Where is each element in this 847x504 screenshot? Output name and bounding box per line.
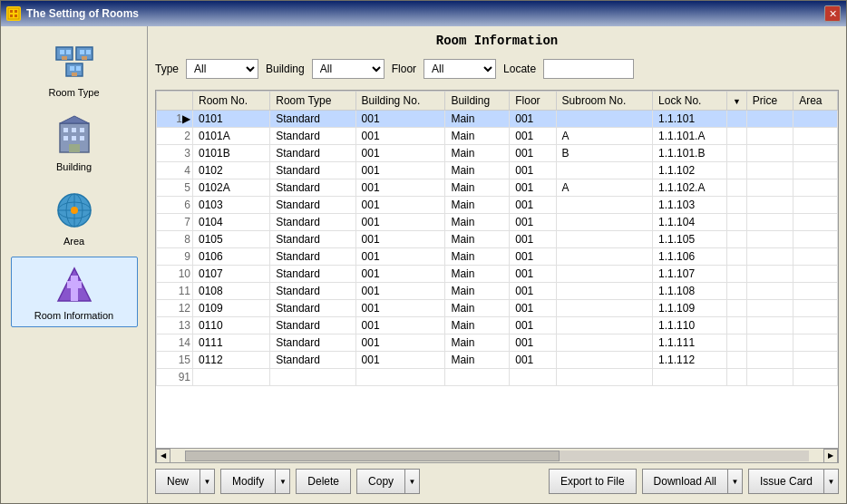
col-room-type[interactable]: Room Type xyxy=(270,92,355,111)
svg-rect-7 xyxy=(66,50,71,54)
table-row[interactable]: 30101BStandard001Main001B1.1.101.B xyxy=(157,145,838,162)
cell-room-no: 0102A xyxy=(193,179,270,197)
cell-num: 13 xyxy=(157,317,193,334)
cell-area xyxy=(793,369,838,386)
cell-room-type: Standard xyxy=(270,283,355,300)
table-row[interactable]: 110108Standard001Main0011.1.108 xyxy=(157,283,838,300)
sidebar-item-room-information[interactable]: Room Information xyxy=(11,257,138,327)
table-row[interactable]: 50102AStandard001Main001A1.1.102.A xyxy=(157,179,838,197)
cell-room-type: Standard xyxy=(270,214,355,231)
floor-select[interactable]: All xyxy=(424,59,496,79)
col-building-no[interactable]: Building No. xyxy=(355,92,445,111)
cell-subroom-no xyxy=(556,111,652,128)
svg-point-31 xyxy=(71,207,78,214)
issue-card-button[interactable]: Issue Card xyxy=(748,469,824,494)
col-subroom-no[interactable]: Subroom No. xyxy=(556,92,652,111)
copy-button[interactable]: Copy xyxy=(356,469,405,494)
table-row[interactable]: 60103Standard001Main0011.1.103 xyxy=(157,197,838,214)
cell-area xyxy=(793,266,838,283)
cell-area xyxy=(793,179,838,197)
sidebar-item-room-information-label: Room Information xyxy=(34,310,113,321)
cell-room-type: Standard xyxy=(270,179,355,197)
cell-room-no: 0101 xyxy=(193,111,270,128)
col-lock-no[interactable]: Lock No. xyxy=(653,92,727,111)
col-floor[interactable]: Floor xyxy=(510,92,556,111)
cell-price xyxy=(746,111,793,128)
table-wrapper[interactable]: Room No. Room Type Building No. Building… xyxy=(156,91,838,448)
close-button[interactable]: ✕ xyxy=(824,5,841,22)
scrollbar-thumb[interactable] xyxy=(185,451,560,461)
cell-sort xyxy=(726,266,746,283)
cell-building-no: 001 xyxy=(355,197,445,214)
table-row[interactable]: 20101AStandard001Main001A1.1.101.A xyxy=(157,128,838,145)
cell-num: 14 xyxy=(157,334,193,352)
modify-btn-group: Modify ▼ xyxy=(220,469,290,494)
svg-rect-19 xyxy=(72,128,76,132)
table-row[interactable]: 90106Standard001Main0011.1.106 xyxy=(157,248,838,266)
modify-dropdown-arrow[interactable]: ▼ xyxy=(276,469,290,494)
cell-subroom-no xyxy=(556,266,652,283)
scroll-left-btn[interactable]: ◀ xyxy=(156,449,170,463)
building-icon xyxy=(53,114,96,158)
cell-room-type: Standard xyxy=(270,162,355,179)
cell-room-type: Standard xyxy=(270,352,355,369)
svg-rect-24 xyxy=(69,144,80,152)
cell-sort xyxy=(726,145,746,162)
type-label: Type xyxy=(155,63,179,75)
cell-sort xyxy=(726,334,746,352)
sidebar-item-room-type[interactable]: Room Type xyxy=(11,34,138,104)
table-row[interactable]: 150112Standard001Main0011.1.112 xyxy=(157,352,838,369)
sidebar-item-area[interactable]: Area xyxy=(11,182,138,253)
cell-room-no: 0104 xyxy=(193,214,270,231)
col-price[interactable]: Price xyxy=(746,92,793,111)
cell-floor: 001 xyxy=(510,300,556,317)
cell-sort xyxy=(726,248,746,266)
cell-room-no: 0112 xyxy=(193,352,270,369)
modify-button[interactable]: Modify xyxy=(220,469,276,494)
table-row[interactable]: 100107Standard001Main0011.1.107 xyxy=(157,266,838,283)
new-dropdown-arrow[interactable]: ▼ xyxy=(200,469,215,494)
table-row[interactable]: 80105Standard001Main0011.1.105 xyxy=(157,231,838,248)
table-body: 1▶0101Standard001Main0011.1.10120101ASta… xyxy=(157,111,838,386)
issue-dropdown-arrow[interactable]: ▼ xyxy=(824,469,839,494)
cell-building: Main xyxy=(445,214,510,231)
col-sort[interactable]: ▼ xyxy=(726,92,746,111)
table-row[interactable]: 120109Standard001Main0011.1.109 xyxy=(157,300,838,317)
cell-sort xyxy=(726,197,746,214)
cell-building-no: 001 xyxy=(355,334,445,352)
cell-room-no: 0110 xyxy=(193,317,270,334)
table-row[interactable]: 140111Standard001Main0011.1.111 xyxy=(157,334,838,352)
scroll-right-btn[interactable]: ▶ xyxy=(823,449,838,463)
cell-building: Main xyxy=(445,179,510,197)
new-button[interactable]: New xyxy=(155,469,200,494)
sidebar-item-building[interactable]: Building xyxy=(11,108,138,179)
cell-floor: 001 xyxy=(510,197,556,214)
table-row[interactable]: 1▶0101Standard001Main0011.1.101 xyxy=(157,111,838,128)
table-row[interactable]: 130110Standard001Main0011.1.110 xyxy=(157,317,838,334)
type-select[interactable]: All xyxy=(186,59,258,79)
cell-sort xyxy=(726,179,746,197)
table-row[interactable]: 70104Standard001Main0011.1.104 xyxy=(157,214,838,231)
copy-dropdown-arrow[interactable]: ▼ xyxy=(405,469,420,494)
export-button[interactable]: Export to File xyxy=(549,469,637,494)
table-row[interactable]: 40102Standard001Main0011.1.102 xyxy=(157,162,838,179)
col-room-no[interactable]: Room No. xyxy=(193,92,270,111)
cell-lock-no: 1.1.112 xyxy=(653,352,727,369)
table-row[interactable]: 91 xyxy=(157,369,838,386)
locate-input[interactable] xyxy=(543,59,634,79)
svg-rect-1 xyxy=(10,10,13,13)
scrollbar-track[interactable] xyxy=(185,451,809,461)
cell-building: Main xyxy=(445,162,510,179)
download-button[interactable]: Download All xyxy=(642,469,728,494)
col-building[interactable]: Building xyxy=(445,92,510,111)
locate-label: Locate xyxy=(503,63,536,75)
cell-area xyxy=(793,111,838,128)
col-area[interactable]: Area xyxy=(793,92,838,111)
download-dropdown-arrow[interactable]: ▼ xyxy=(728,469,743,494)
cell-sort xyxy=(726,162,746,179)
building-select[interactable]: All xyxy=(312,59,385,79)
delete-button[interactable]: Delete xyxy=(296,469,351,494)
horizontal-scrollbar[interactable]: ◀ ▶ xyxy=(156,448,838,462)
cell-subroom-no: B xyxy=(556,145,652,162)
cell-room-no: 0103 xyxy=(193,197,270,214)
